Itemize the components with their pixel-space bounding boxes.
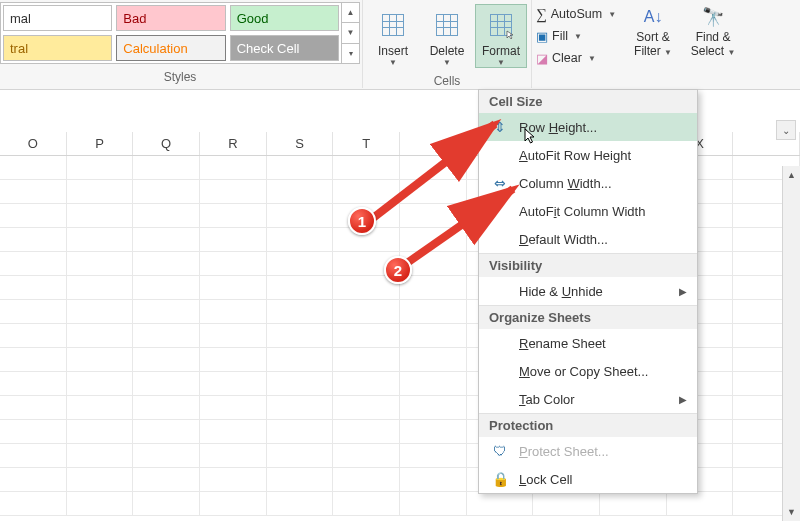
column-header[interactable]: O xyxy=(0,132,67,155)
mouse-cursor-icon xyxy=(524,128,538,146)
find-select-button[interactable]: 🔭 Find & Select ▼ xyxy=(690,4,736,58)
dropdown-icon: ▼ xyxy=(727,48,735,57)
menu-row-height[interactable]: ⇕ Row Height... xyxy=(479,113,697,141)
row-height-icon: ⇕ xyxy=(491,118,509,136)
menu-autofit-row-height[interactable]: AutoFit Row Height xyxy=(479,141,697,169)
clear-label: Clear xyxy=(552,51,582,65)
column-header[interactable] xyxy=(400,132,467,155)
sort-filter-label-1: Sort & xyxy=(636,30,669,44)
menu-autofit-column-width[interactable]: AutoFit Column Width xyxy=(479,197,697,225)
insert-button[interactable]: Insert ▼ xyxy=(367,4,419,68)
cells-group: Insert ▼ Delete ▼ Format ▼ Cells xyxy=(362,0,532,88)
menu-item-label: Tab Color xyxy=(519,392,575,407)
fill-button[interactable]: ▣Fill▼ xyxy=(536,26,616,46)
column-width-icon: ⇔ xyxy=(491,174,509,192)
editing-group: ∑AutoSum▼ ▣Fill▼ ◪Clear▼ A↓ Sort & Filte… xyxy=(532,0,740,68)
dropdown-icon: ▼ xyxy=(389,58,397,67)
format-cells-icon xyxy=(490,14,512,36)
submenu-arrow-icon: ▶ xyxy=(679,394,687,405)
insert-cells-icon xyxy=(382,14,404,36)
menu-item-label: AutoFit Column Width xyxy=(519,204,645,219)
dropdown-icon: ▼ xyxy=(588,54,596,63)
protect-sheet-icon: 🛡 xyxy=(491,442,509,460)
menu-item-label: Hide & Unhide xyxy=(519,284,603,299)
blank-icon xyxy=(491,230,509,248)
menu-header-protection: Protection xyxy=(479,413,697,437)
style-good[interactable]: Good xyxy=(230,5,339,31)
style-calculation[interactable]: Calculation xyxy=(116,35,225,61)
blank-icon xyxy=(491,146,509,164)
menu-item-label: Move or Copy Sheet... xyxy=(519,364,648,379)
style-bad[interactable]: Bad xyxy=(116,5,225,31)
menu-header-cell-size: Cell Size xyxy=(479,90,697,113)
fill-label: Fill xyxy=(552,29,568,43)
menu-hide-unhide[interactable]: Hide & Unhide ▶ xyxy=(479,277,697,305)
column-header[interactable]: P xyxy=(67,132,134,155)
dropdown-icon: ▼ xyxy=(497,58,505,67)
menu-item-label: AutoFit Row Height xyxy=(519,148,631,163)
delete-button[interactable]: Delete ▼ xyxy=(421,4,473,68)
scroll-up-icon[interactable]: ▲ xyxy=(783,166,800,184)
blank-icon xyxy=(491,390,509,408)
menu-item-label: Protect Sheet... xyxy=(519,444,609,459)
menu-item-label: Rename Sheet xyxy=(519,336,606,351)
format-dropdown-menu: Cell Size ⇕ Row Height... AutoFit Row He… xyxy=(478,89,698,494)
scroll-down-icon[interactable]: ▼ xyxy=(783,503,800,521)
submenu-arrow-icon: ▶ xyxy=(679,286,687,297)
style-gallery-up-icon[interactable]: ▲ xyxy=(342,3,359,23)
menu-move-copy-sheet[interactable]: Move or Copy Sheet... xyxy=(479,357,697,385)
vertical-scrollbar[interactable]: ▲ ▼ xyxy=(782,166,800,521)
blank-icon xyxy=(491,334,509,352)
format-label: Format xyxy=(482,44,520,58)
menu-item-label: Default Width... xyxy=(519,232,608,247)
delete-cells-icon xyxy=(436,14,458,36)
column-header[interactable]: R xyxy=(200,132,267,155)
menu-default-width[interactable]: Default Width... xyxy=(479,225,697,253)
styles-group-label: Styles xyxy=(0,64,360,84)
style-gallery-more-icon[interactable]: ▾ xyxy=(342,44,359,63)
lock-icon: 🔒 xyxy=(491,470,509,488)
menu-item-label: Lock Cell xyxy=(519,472,572,487)
binoculars-icon: 🔭 xyxy=(702,4,724,30)
menu-lock-cell[interactable]: 🔒 Lock Cell xyxy=(479,465,697,493)
style-check-cell[interactable]: Check Cell xyxy=(230,35,339,61)
blank-icon xyxy=(491,202,509,220)
sort-filter-icon: A↓ xyxy=(644,4,663,30)
menu-header-visibility: Visibility xyxy=(479,253,697,277)
column-header[interactable]: Q xyxy=(133,132,200,155)
blank-icon xyxy=(491,362,509,380)
column-header[interactable]: S xyxy=(267,132,334,155)
dropdown-icon: ▼ xyxy=(443,58,451,67)
style-neutral[interactable]: tral xyxy=(3,35,112,61)
sigma-icon: ∑ xyxy=(536,6,547,23)
dropdown-icon: ▼ xyxy=(574,32,582,41)
menu-header-organize-sheets: Organize Sheets xyxy=(479,305,697,329)
sort-filter-label-2: Filter xyxy=(634,44,661,58)
dropdown-icon: ▼ xyxy=(608,10,616,19)
sort-filter-button[interactable]: A↓ Sort & Filter ▼ xyxy=(630,4,676,58)
menu-rename-sheet[interactable]: Rename Sheet xyxy=(479,329,697,357)
annotation-badge-1: 1 xyxy=(348,207,376,235)
styles-gallery-spinner[interactable]: ▲ ▼ ▾ xyxy=(341,3,359,63)
styles-gallery: mal Bad Good tral Calculation Check Cell… xyxy=(0,0,362,84)
clear-button[interactable]: ◪Clear▼ xyxy=(536,48,616,68)
menu-protect-sheet[interactable]: 🛡 Protect Sheet... xyxy=(479,437,697,465)
menu-tab-color[interactable]: Tab Color ▶ xyxy=(479,385,697,413)
style-normal[interactable]: mal xyxy=(3,5,112,31)
menu-column-width[interactable]: ⇔ Column Width... xyxy=(479,169,697,197)
fill-down-icon: ▣ xyxy=(536,29,548,44)
blank-icon xyxy=(491,282,509,300)
delete-label: Delete xyxy=(430,44,465,58)
annotation-badge-2: 2 xyxy=(384,256,412,284)
ribbon: mal Bad Good tral Calculation Check Cell… xyxy=(0,0,800,90)
autosum-label: AutoSum xyxy=(551,7,602,21)
column-header[interactable]: T xyxy=(333,132,400,155)
autosum-button[interactable]: ∑AutoSum▼ xyxy=(536,4,616,24)
style-gallery-down-icon[interactable]: ▼ xyxy=(342,23,359,43)
format-button[interactable]: Format ▼ xyxy=(475,4,527,68)
cells-group-label: Cells xyxy=(434,68,461,88)
find-select-label-2: Select xyxy=(691,44,724,58)
formula-bar-expand-icon[interactable]: ⌄ xyxy=(776,120,796,140)
insert-label: Insert xyxy=(378,44,408,58)
find-select-label-1: Find & xyxy=(696,30,731,44)
